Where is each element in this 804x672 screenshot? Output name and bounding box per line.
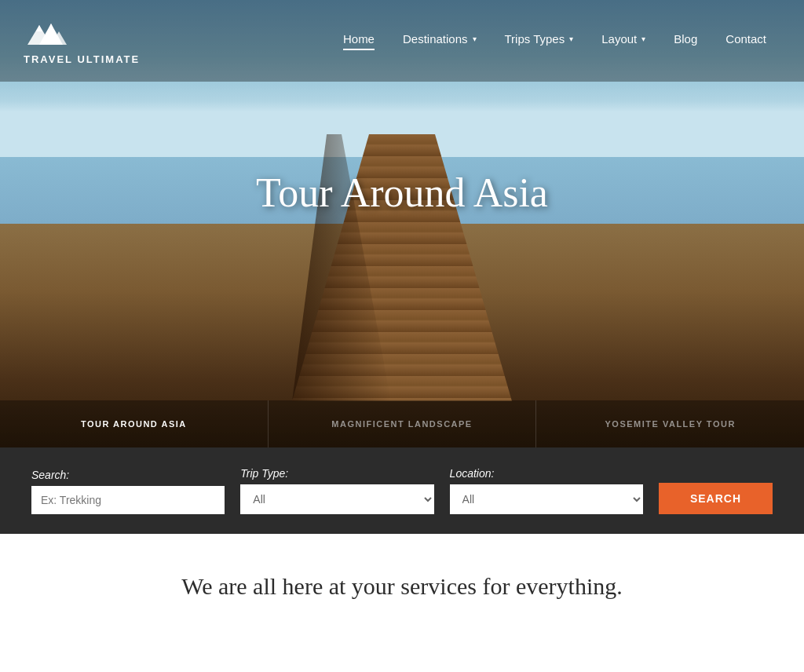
slide-item-3[interactable]: YOSEMITE VALLEY TOUR	[536, 400, 804, 447]
nav-item-blog[interactable]: Blog	[660, 32, 711, 50]
trip-type-select[interactable]: All	[240, 484, 433, 514]
nav-link-contact[interactable]: Contact	[725, 32, 766, 50]
hero-section: Tour Around Asia TOUR AROUND ASIA MAGNIF…	[0, 0, 804, 447]
trip-type-label: Trip Type:	[240, 467, 433, 480]
chevron-down-icon: ▾	[473, 35, 477, 43]
chevron-down-icon: ▾	[641, 35, 645, 43]
tagline-section: We are all here at your services for eve…	[0, 534, 804, 623]
trip-type-field: Trip Type: All	[240, 467, 433, 514]
nav-item-trips[interactable]: Trips Types ▾	[491, 32, 588, 50]
nav-link-trips[interactable]: Trips Types ▾	[505, 32, 574, 50]
search-label: Search:	[31, 469, 225, 481]
search-bar: Search: Trip Type: All Location: All SEA…	[0, 447, 804, 534]
search-field: Search:	[31, 469, 225, 514]
logo-text: TRAVEL ULTIMATE	[24, 53, 140, 65]
nav-item-destinations[interactable]: Destinations ▾	[389, 32, 491, 50]
nav-link-blog[interactable]: Blog	[674, 32, 697, 50]
nav-links: Home Destinations ▾ Trips Types ▾ Layout…	[329, 32, 780, 50]
search-input[interactable]	[31, 486, 225, 514]
logo[interactable]: TRAVEL ULTIMATE	[24, 17, 140, 65]
slide-item-2[interactable]: MAGNIFICENT LANDSCAPE	[269, 400, 537, 447]
svg-marker-4	[48, 24, 54, 31]
search-button-wrapper: SEARCH	[659, 483, 773, 514]
location-select[interactable]: All	[450, 484, 643, 514]
logo-icon	[24, 17, 71, 52]
slide-item-1[interactable]: TOUR AROUND ASIA	[0, 400, 269, 447]
chevron-down-icon: ▾	[569, 35, 573, 43]
nav-item-layout[interactable]: Layout ▾	[587, 32, 660, 50]
search-button[interactable]: SEARCH	[659, 483, 773, 514]
navbar: TRAVEL ULTIMATE Home Destinations ▾ Trip…	[0, 0, 804, 82]
nav-item-home[interactable]: Home	[329, 32, 389, 50]
location-field: Location: All	[450, 467, 643, 514]
nav-link-home[interactable]: Home	[343, 32, 375, 50]
hero-title: Tour Around Asia	[256, 170, 548, 216]
nav-link-destinations[interactable]: Destinations ▾	[403, 32, 477, 50]
location-label: Location:	[450, 467, 643, 480]
nav-link-layout[interactable]: Layout ▾	[601, 32, 645, 50]
tagline-text: We are all here at your services for eve…	[16, 573, 788, 600]
nav-item-contact[interactable]: Contact	[711, 32, 780, 50]
slide-indicators: TOUR AROUND ASIA MAGNIFICENT LANDSCAPE Y…	[0, 400, 804, 447]
svg-marker-3	[36, 25, 42, 31]
